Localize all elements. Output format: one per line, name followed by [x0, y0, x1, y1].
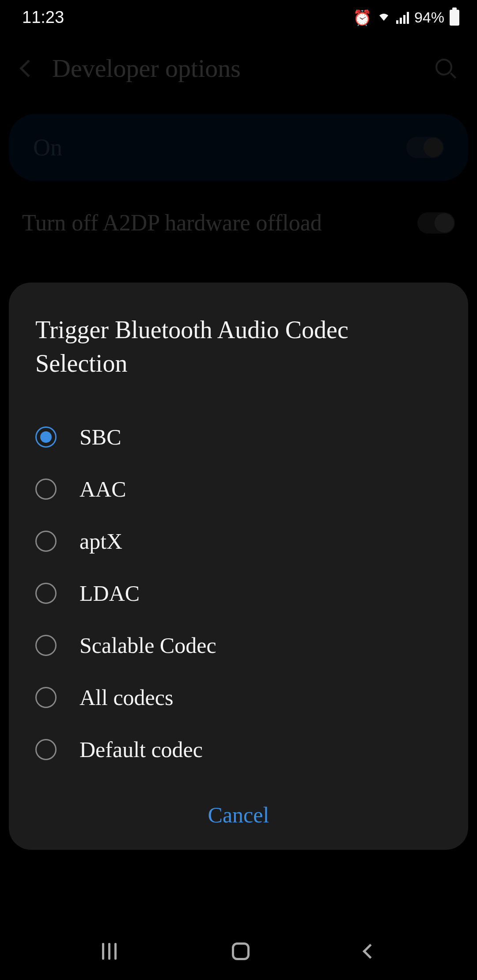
- battery-pct: 94%: [414, 9, 444, 26]
- radio-option-default-codec[interactable]: Default codec: [35, 724, 442, 776]
- wifi-icon: [377, 9, 391, 26]
- radio-option-sbc[interactable]: SBC: [35, 411, 442, 463]
- radio-icon: [35, 583, 57, 604]
- radio-label: All codecs: [80, 685, 173, 710]
- app-header: Developer options: [0, 31, 477, 105]
- recents-button[interactable]: [102, 943, 117, 960]
- radio-label: SBC: [80, 424, 121, 450]
- status-bar: 11:23 ⏰ 94%: [0, 0, 477, 31]
- cancel-button[interactable]: Cancel: [208, 802, 269, 828]
- radio-option-ldac[interactable]: LDAC: [35, 567, 442, 619]
- codec-selection-dialog: Trigger Bluetooth Audio Codec Selection …: [9, 283, 468, 850]
- radio-option-all-codecs[interactable]: All codecs: [35, 671, 442, 724]
- radio-label: LDAC: [80, 580, 140, 606]
- toggle-switch-on[interactable]: [406, 137, 444, 158]
- radio-option-aptx[interactable]: aptX: [35, 515, 442, 567]
- radio-option-aac[interactable]: AAC: [35, 463, 442, 515]
- toggle-switch[interactable]: [417, 212, 455, 234]
- master-toggle-label: On: [33, 134, 62, 161]
- radio-icon: [35, 479, 57, 500]
- radio-group: SBCAACaptXLDACScalable CodecAll codecsDe…: [35, 411, 442, 776]
- radio-label: aptX: [80, 528, 122, 554]
- status-time: 11:23: [22, 8, 64, 27]
- developer-options-master-toggle[interactable]: On: [9, 114, 468, 181]
- home-button[interactable]: [232, 942, 250, 960]
- alarm-icon: ⏰: [353, 9, 371, 26]
- search-icon[interactable]: [435, 59, 455, 78]
- signal-icon: [396, 11, 409, 24]
- battery-icon: [450, 10, 459, 26]
- radio-icon: [35, 739, 57, 760]
- dialog-title: Trigger Bluetooth Audio Codec Selection: [35, 313, 442, 380]
- radio-label: Default codec: [80, 737, 203, 762]
- radio-label: AAC: [80, 476, 126, 502]
- status-icons: ⏰ 94%: [353, 9, 459, 26]
- radio-option-scalable-codec[interactable]: Scalable Codec: [35, 619, 442, 671]
- back-button[interactable]: [363, 944, 378, 959]
- setting-label: Turn off A2DP hardware offload: [22, 207, 322, 238]
- back-icon[interactable]: [19, 60, 37, 77]
- page-title: Developer options: [52, 53, 418, 83]
- radio-icon: [35, 531, 57, 552]
- setting-a2dp-offload[interactable]: Turn off A2DP hardware offload: [22, 207, 455, 238]
- radio-icon: [35, 687, 57, 708]
- radio-icon: [35, 426, 57, 448]
- radio-icon: [35, 635, 57, 656]
- radio-label: Scalable Codec: [80, 633, 216, 658]
- navigation-bar: [0, 923, 477, 980]
